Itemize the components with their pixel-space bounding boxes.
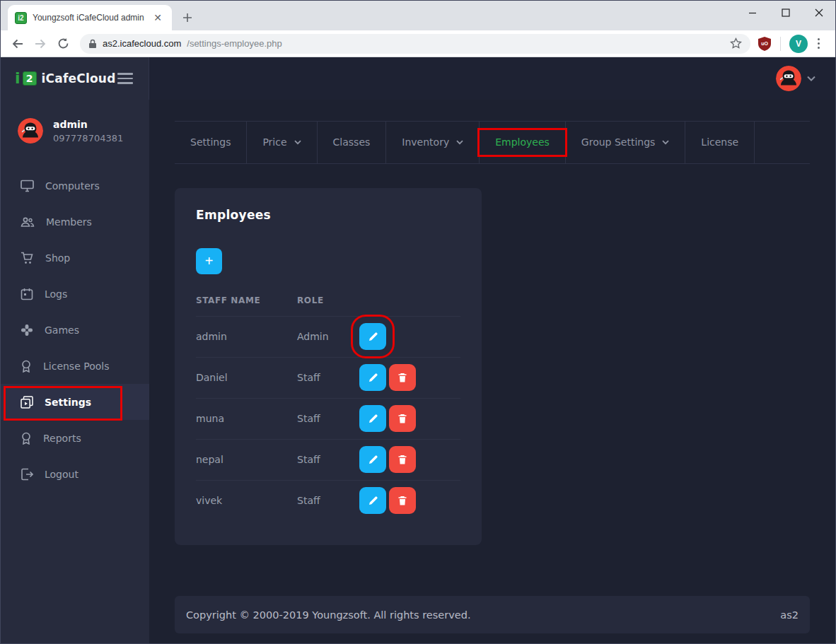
delete-button[interactable] bbox=[389, 364, 416, 391]
monitor-icon bbox=[21, 180, 34, 192]
tab-group-settings[interactable]: Group Settings bbox=[566, 122, 686, 163]
maximize-button[interactable] bbox=[769, 1, 802, 25]
reload-button[interactable] bbox=[53, 34, 73, 54]
hamburger-menu-icon[interactable] bbox=[116, 69, 134, 88]
new-tab-button[interactable] bbox=[178, 8, 197, 28]
user-avatar-ninja-icon bbox=[18, 118, 43, 144]
browser-chrome: i2 Youngzsoft iCafeCloud admin ✕ bbox=[1, 1, 835, 57]
reload-icon bbox=[57, 37, 69, 49]
column-header-role: ROLE bbox=[297, 284, 359, 317]
staff-name-cell: muna bbox=[196, 398, 297, 439]
role-cell: Staff bbox=[297, 439, 359, 480]
gamepad-icon bbox=[21, 324, 33, 336]
chevron-down-icon[interactable] bbox=[807, 76, 815, 81]
back-icon bbox=[11, 37, 24, 50]
copyright-text: Copyright © 2000-2019 Youngzsoft. All ri… bbox=[186, 609, 471, 621]
sidebar-user: admin 097778704381 bbox=[1, 100, 149, 158]
chevron-down-icon bbox=[662, 140, 669, 145]
browser-profile-avatar[interactable]: V bbox=[789, 35, 808, 53]
address-input[interactable]: as2.icafecloud.com/settings-employee.php bbox=[80, 34, 750, 54]
sidebar-item-label: Games bbox=[45, 324, 79, 336]
add-employee-button[interactable]: + bbox=[196, 248, 222, 274]
edit-button[interactable] bbox=[359, 446, 386, 473]
sidebar-item-label: Settings bbox=[45, 397, 91, 408]
tab-classes[interactable]: Classes bbox=[318, 122, 387, 163]
trash-icon bbox=[397, 414, 407, 424]
logo-2-glyph: 2 bbox=[23, 71, 37, 86]
staff-name-cell: nepal bbox=[196, 439, 297, 480]
sidebar-item-label: Shop bbox=[45, 252, 70, 264]
url-path: /settings-employee.php bbox=[187, 38, 281, 49]
tab-settings[interactable]: Settings bbox=[175, 122, 247, 163]
adblock-extension-icon[interactable]: uO bbox=[757, 36, 772, 52]
delete-button[interactable] bbox=[389, 405, 416, 432]
forward-icon bbox=[34, 37, 47, 50]
edit-button[interactable] bbox=[359, 364, 386, 391]
bookmark-star-icon[interactable] bbox=[730, 37, 742, 49]
tab-label: Group Settings bbox=[581, 136, 656, 148]
sidebar-item-logs[interactable]: Logs bbox=[1, 276, 149, 312]
sidebar-item-label: Reports bbox=[43, 433, 81, 444]
tab-label: License bbox=[701, 136, 738, 148]
sidebar-item-members[interactable]: Members bbox=[1, 204, 149, 240]
logo-i-glyph: i bbox=[15, 71, 21, 86]
url-domain: as2.icafecloud.com bbox=[103, 38, 181, 49]
tab-price[interactable]: Price bbox=[247, 122, 317, 163]
sidebar-item-settings[interactable]: Settings bbox=[1, 384, 149, 420]
delete-button[interactable] bbox=[389, 446, 416, 473]
table-row: muna Staff bbox=[196, 398, 460, 439]
sidebar-item-label: Computers bbox=[45, 180, 100, 192]
sidebar-item-label: Logs bbox=[45, 288, 67, 300]
sidebar-item-games[interactable]: Games bbox=[1, 312, 149, 348]
edit-pencil-icon bbox=[368, 332, 378, 342]
maximize-icon bbox=[782, 8, 790, 17]
app-logo[interactable]: i 2 iCafeCloud bbox=[15, 71, 116, 86]
delete-button[interactable] bbox=[389, 487, 416, 514]
edit-button[interactable] bbox=[359, 487, 386, 514]
sidebar-item-computers[interactable]: Computers bbox=[1, 168, 149, 204]
table-row: nepal Staff bbox=[196, 439, 460, 480]
navbar-avatar-ninja-icon[interactable] bbox=[776, 66, 801, 91]
edit-pencil-icon bbox=[368, 373, 378, 383]
calendar-icon bbox=[21, 288, 33, 300]
close-icon bbox=[815, 8, 823, 17]
minimize-button[interactable] bbox=[736, 1, 769, 25]
sidebar-item-license-pools[interactable]: License Pools bbox=[1, 348, 149, 384]
forward-button[interactable] bbox=[30, 34, 50, 54]
logout-icon bbox=[21, 468, 33, 481]
brand-bar: i 2 iCafeCloud bbox=[1, 57, 149, 100]
browser-menu-icon[interactable] bbox=[811, 38, 828, 49]
sidebar-item-logout[interactable]: Logout bbox=[1, 456, 149, 492]
table-row: Daniel Staff bbox=[196, 357, 460, 398]
cart-icon bbox=[21, 252, 34, 264]
tab-employees[interactable]: Employees bbox=[480, 122, 566, 163]
chevron-down-icon bbox=[456, 140, 463, 145]
browser-tab[interactable]: i2 Youngzsoft iCafeCloud admin ✕ bbox=[8, 5, 172, 30]
staff-name-cell: Daniel bbox=[196, 357, 297, 398]
tab-inventory[interactable]: Inventory bbox=[386, 122, 480, 163]
trash-icon bbox=[397, 455, 407, 465]
back-button[interactable] bbox=[8, 34, 28, 54]
sidebar-item-label: License Pools bbox=[43, 361, 110, 372]
column-header-staff-name: STAFF NAME bbox=[196, 284, 297, 317]
tab-label: Price bbox=[262, 136, 286, 148]
badge-icon bbox=[21, 432, 32, 445]
user-phone: 097778704381 bbox=[53, 133, 123, 144]
sidebar-item-shop[interactable]: Shop bbox=[1, 240, 149, 276]
close-button[interactable] bbox=[802, 1, 835, 25]
sidebar: i 2 iCafeCloud admin 097778704381 Comput… bbox=[1, 57, 149, 643]
role-cell: Staff bbox=[297, 480, 359, 521]
main-area: Settings Price Classes Inventory Emplo bbox=[149, 57, 835, 643]
tab-close-icon[interactable]: ✕ bbox=[151, 11, 165, 24]
sidebar-nav: Computers Members Shop Logs Games bbox=[1, 168, 149, 492]
edit-button[interactable] bbox=[359, 323, 386, 350]
sidebar-item-reports[interactable]: Reports bbox=[1, 420, 149, 456]
trash-icon bbox=[397, 373, 407, 383]
layers-icon bbox=[21, 396, 33, 409]
edit-button[interactable] bbox=[359, 405, 386, 432]
edit-pencil-icon bbox=[368, 496, 378, 506]
tab-license[interactable]: License bbox=[685, 122, 755, 163]
svg-text:uO: uO bbox=[761, 41, 768, 46]
plus-icon bbox=[182, 13, 192, 23]
tab-label: Employees bbox=[495, 136, 550, 148]
